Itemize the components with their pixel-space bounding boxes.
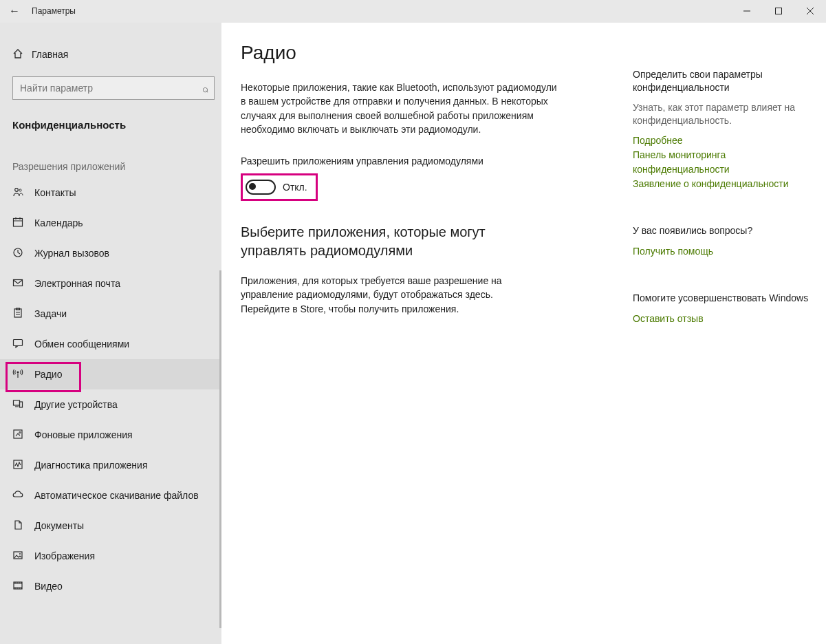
close-icon: [807, 8, 814, 14]
sidebar-item-tasks[interactable]: Задачи: [0, 299, 221, 329]
info-feedback-block: Помогите усовершенствовать Windows Остав…: [633, 292, 812, 326]
radio-toggle-switch[interactable]: [246, 180, 276, 195]
history-icon: [12, 247, 34, 260]
search-box[interactable]: ⌕: [12, 76, 215, 100]
tasks-icon: [12, 308, 34, 321]
documents-icon: [12, 519, 34, 533]
sidebar-item-label: Обмен сообщениями: [34, 339, 129, 350]
sidebar-item-background-apps[interactable]: Фоновые приложения: [0, 420, 221, 450]
sidebar: Главная ⌕ Конфиденциальность Разрешения …: [0, 23, 221, 644]
devices-icon: [12, 398, 34, 411]
page-title: Радио: [241, 42, 605, 64]
info-feedback-head: Помогите усовершенствовать Windows: [633, 292, 812, 305]
sidebar-item-email[interactable]: Электронная почта: [0, 268, 221, 299]
sidebar-home-label: Главная: [32, 49, 68, 60]
home-icon: [12, 48, 32, 61]
sidebar-item-other-devices[interactable]: Другие устройства: [0, 389, 221, 420]
sidebar-item-calendar[interactable]: Календарь: [0, 208, 221, 238]
svg-rect-0: [776, 8, 782, 14]
info-privacy-block: Определить свои параметры конфиденциальн…: [633, 68, 812, 191]
maximize-button[interactable]: [763, 0, 794, 22]
sidebar-item-label: Журнал вызовов: [34, 248, 109, 259]
radio-icon: [12, 368, 34, 381]
back-button[interactable]: ←: [0, 0, 29, 22]
sidebar-item-call-history[interactable]: Журнал вызовов: [0, 238, 221, 268]
link-get-help[interactable]: Получить помощь: [633, 244, 812, 259]
sidebar-group-label: Разрешения приложений: [12, 161, 221, 172]
svg-point-15: [19, 553, 21, 555]
link-privacy-statement[interactable]: Заявление о конфиденциальности: [633, 177, 812, 191]
diagnostics-icon: [12, 459, 34, 472]
svg-rect-11: [20, 402, 23, 407]
link-more[interactable]: Подробнее: [633, 133, 812, 148]
sidebar-item-radio[interactable]: Радио: [0, 359, 221, 389]
sub-text: Приложения, для которых требуется ваше р…: [241, 274, 543, 316]
svg-point-1: [15, 188, 19, 191]
sidebar-item-contacts[interactable]: Контакты: [0, 178, 221, 208]
sidebar-item-label: Диагностика приложения: [34, 460, 147, 471]
intro-text: Некоторые приложения, такие как Bluetoot…: [241, 80, 557, 136]
sidebar-home[interactable]: Главная: [12, 42, 209, 67]
info-column: Определить свои параметры конфиденциальн…: [633, 42, 812, 644]
sidebar-item-label: Изображения: [34, 550, 95, 561]
sidebar-item-auto-download[interactable]: Автоматическое скачивание файлов: [0, 480, 221, 511]
sidebar-nav-list: Контакты Календарь Журнал вызовов Электр…: [0, 178, 221, 601]
video-icon: [12, 580, 34, 593]
toggle-highlight: Откл.: [241, 173, 318, 201]
minimize-icon: [743, 8, 750, 14]
close-button[interactable]: [794, 0, 826, 22]
pictures-icon: [12, 550, 34, 563]
sidebar-item-pictures[interactable]: Изображения: [0, 541, 221, 571]
sidebar-item-label: Фоновые приложения: [34, 429, 133, 440]
link-feedback[interactable]: Оставить отзыв: [633, 312, 812, 326]
sidebar-item-label: Электронная почта: [34, 278, 120, 289]
svg-rect-3: [14, 218, 23, 226]
toggle-label: Разрешить приложениям управления радиомо…: [241, 155, 605, 167]
arrow-left-icon: ←: [9, 5, 20, 17]
calendar-icon: [12, 217, 34, 230]
sidebar-item-label: Документы: [34, 520, 84, 531]
sidebar-item-app-diagnostics[interactable]: Диагностика приложения: [0, 450, 221, 480]
svg-rect-12: [14, 430, 22, 438]
info-privacy-desc: Узнать, как этот параметр влияет на конф…: [633, 101, 812, 128]
sidebar-item-label: Автоматическое скачивание файлов: [34, 490, 199, 501]
mail-icon: [12, 277, 34, 290]
minimize-button[interactable]: [731, 0, 763, 22]
svg-point-2: [19, 189, 21, 191]
sidebar-item-video[interactable]: Видео: [0, 571, 221, 601]
sidebar-section-title: Конфиденциальность: [12, 119, 221, 131]
sidebar-item-label: Другие устройства: [34, 399, 118, 410]
search-icon: ⌕: [202, 83, 208, 94]
toggle-state-label: Откл.: [283, 182, 307, 193]
sidebar-item-label: Задачи: [34, 308, 67, 319]
main-area: Радио Некоторые приложения, такие как Bl…: [221, 23, 826, 644]
window-title: Параметры: [32, 6, 76, 16]
download-icon: [12, 489, 34, 502]
info-help-head: У вас появились вопросы?: [633, 224, 812, 237]
background-apps-icon: [12, 429, 34, 442]
sidebar-item-label: Видео: [34, 581, 63, 592]
svg-point-9: [17, 371, 19, 373]
info-help-block: У вас появились вопросы? Получить помощь: [633, 224, 812, 259]
sidebar-item-messaging[interactable]: Обмен сообщениями: [0, 329, 221, 359]
sidebar-scrollbar[interactable]: [219, 270, 221, 628]
titlebar: ← Параметры: [0, 0, 826, 22]
messaging-icon: [12, 338, 34, 351]
info-privacy-head: Определить свои параметры конфиденциальн…: [633, 68, 812, 94]
search-input[interactable]: [19, 82, 186, 94]
sidebar-item-documents[interactable]: Документы: [0, 511, 221, 541]
sub-title: Выберите приложения, которые могут управ…: [241, 223, 543, 260]
sidebar-item-label: Контакты: [34, 187, 76, 198]
svg-rect-8: [14, 339, 23, 345]
content-column: Радио Некоторые приложения, такие как Bl…: [241, 42, 605, 644]
svg-rect-10: [14, 400, 20, 405]
sidebar-item-label: Календарь: [34, 217, 83, 228]
contacts-icon: [12, 186, 34, 200]
link-privacy-dashboard[interactable]: Панель мониторинга конфиденциальности: [633, 148, 812, 177]
maximize-icon: [775, 8, 782, 14]
sidebar-item-label: Радио: [34, 369, 62, 380]
